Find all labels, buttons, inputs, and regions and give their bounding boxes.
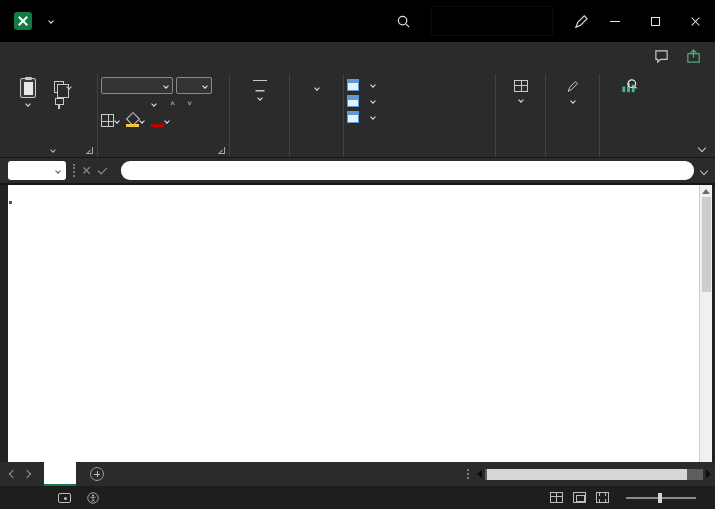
cells-icon bbox=[514, 80, 528, 92]
close-button[interactable] bbox=[675, 0, 715, 42]
copy-icon bbox=[54, 81, 64, 93]
alignment-icon bbox=[253, 80, 267, 90]
increase-font-button[interactable]: ˄ bbox=[165, 96, 179, 111]
format-painter-button[interactable] bbox=[54, 98, 71, 109]
scroll-up-icon[interactable] bbox=[702, 189, 710, 194]
clipboard-group bbox=[4, 74, 98, 157]
analyze-data-button[interactable] bbox=[603, 75, 655, 142]
cell-styles-button[interactable] bbox=[347, 111, 375, 123]
formula-input[interactable] bbox=[121, 161, 694, 180]
bold-button[interactable] bbox=[101, 96, 115, 111]
horizontal-scroll-thumb[interactable] bbox=[487, 469, 687, 480]
previous-sheet-icon[interactable] bbox=[9, 470, 17, 478]
selected-cell-outline bbox=[8, 200, 12, 204]
copy-button[interactable] bbox=[54, 81, 71, 93]
decrease-font-button[interactable]: ˅ bbox=[182, 96, 196, 111]
name-box-chevron-icon[interactable] bbox=[55, 168, 61, 174]
conditional-formatting-icon bbox=[347, 79, 359, 91]
horizontal-scroll-track[interactable] bbox=[485, 469, 703, 480]
number-chevron-icon bbox=[314, 85, 320, 91]
new-sheet-button[interactable] bbox=[90, 467, 104, 481]
scroll-right-icon[interactable] bbox=[706, 470, 711, 478]
title-bar bbox=[0, 0, 715, 42]
vertical-scroll-thumb[interactable] bbox=[702, 197, 711, 292]
sheet-grid[interactable] bbox=[8, 185, 699, 462]
excel-window: ˄ ˅ bbox=[0, 0, 715, 509]
editing-group bbox=[546, 74, 600, 157]
format-painter-icon bbox=[54, 98, 63, 109]
alignment-button[interactable] bbox=[233, 75, 286, 142]
cell-styles-icon bbox=[347, 111, 359, 123]
alignment-chevron-icon bbox=[257, 95, 263, 101]
font-color-icon bbox=[151, 114, 164, 127]
ribbon: ˄ ˅ bbox=[0, 70, 715, 158]
paste-chevron-icon bbox=[25, 101, 31, 107]
share-icon[interactable] bbox=[679, 42, 707, 70]
search-icon[interactable] bbox=[389, 7, 417, 35]
italic-button[interactable] bbox=[118, 96, 132, 111]
excel-app-icon bbox=[14, 12, 32, 30]
number-group bbox=[290, 74, 344, 157]
vertical-scrollbar[interactable] bbox=[699, 185, 712, 462]
zoom-slider[interactable] bbox=[626, 497, 696, 499]
number-button[interactable] bbox=[293, 75, 340, 142]
horizontal-scrollbar[interactable] bbox=[477, 467, 711, 481]
sheet-tab-sheet1[interactable] bbox=[44, 462, 76, 486]
font-size-combo[interactable] bbox=[176, 77, 212, 94]
sheet-options-icon[interactable] bbox=[467, 469, 469, 479]
font-group-label bbox=[101, 142, 226, 157]
cells-button[interactable] bbox=[499, 75, 542, 142]
cells-group bbox=[496, 74, 546, 157]
format-as-table-chevron-icon bbox=[370, 98, 376, 104]
zoom-slider-thumb[interactable] bbox=[658, 493, 662, 503]
formula-bar-divider bbox=[73, 164, 75, 177]
column-headers bbox=[8, 185, 699, 200]
ink-pen-icon[interactable] bbox=[567, 7, 595, 35]
expand-formula-bar-chevron-icon[interactable] bbox=[700, 166, 708, 174]
enter-icon[interactable] bbox=[98, 165, 108, 175]
redacted-account-area bbox=[431, 6, 553, 36]
editing-chevron-icon bbox=[570, 98, 576, 104]
page-break-view-button[interactable] bbox=[596, 492, 609, 503]
normal-view-button[interactable] bbox=[550, 492, 563, 503]
alignment-group bbox=[230, 74, 290, 157]
minimize-button[interactable] bbox=[595, 0, 635, 42]
accessibility-status[interactable] bbox=[87, 492, 104, 504]
comments-icon[interactable] bbox=[647, 42, 675, 70]
title-dropdown-chevron-icon[interactable] bbox=[48, 18, 54, 24]
cell-styles-chevron-icon bbox=[370, 114, 376, 120]
editing-button[interactable] bbox=[549, 75, 596, 142]
fill-color-button[interactable] bbox=[126, 113, 144, 128]
maximize-button[interactable] bbox=[635, 0, 675, 42]
scroll-left-icon[interactable] bbox=[477, 470, 482, 478]
underline-chevron-icon[interactable] bbox=[151, 101, 157, 107]
accessibility-icon bbox=[87, 492, 99, 504]
page-layout-view-button[interactable] bbox=[573, 492, 586, 503]
borders-icon bbox=[101, 114, 114, 127]
font-dialog-launcher-icon[interactable] bbox=[218, 147, 225, 154]
fill-color-icon bbox=[126, 114, 139, 127]
worksheet-area bbox=[0, 185, 715, 462]
paste-button[interactable] bbox=[7, 75, 49, 142]
next-sheet-icon[interactable] bbox=[23, 470, 31, 478]
borders-button[interactable] bbox=[101, 113, 119, 128]
clipboard-group-label bbox=[7, 142, 94, 157]
monitor-icon[interactable] bbox=[58, 493, 71, 503]
name-box[interactable] bbox=[8, 161, 66, 180]
font-color-button[interactable] bbox=[151, 113, 169, 128]
analyze-data-icon bbox=[620, 78, 638, 95]
font-name-combo[interactable] bbox=[101, 77, 173, 94]
cells-chevron-icon bbox=[518, 97, 524, 103]
clipboard-chevron-icon bbox=[50, 147, 56, 153]
conditional-formatting-button[interactable] bbox=[347, 79, 375, 91]
format-as-table-button[interactable] bbox=[347, 95, 375, 107]
styles-group-label bbox=[347, 142, 492, 157]
font-group: ˄ ˅ bbox=[98, 74, 230, 157]
window-title-area[interactable] bbox=[42, 19, 53, 23]
cancel-icon[interactable] bbox=[82, 166, 91, 175]
styles-group bbox=[344, 74, 496, 157]
underline-button[interactable] bbox=[135, 96, 149, 111]
fill-handle[interactable] bbox=[8, 200, 13, 205]
collapse-ribbon-chevron-icon[interactable] bbox=[698, 144, 706, 152]
clipboard-dialog-launcher-icon[interactable] bbox=[86, 147, 93, 154]
